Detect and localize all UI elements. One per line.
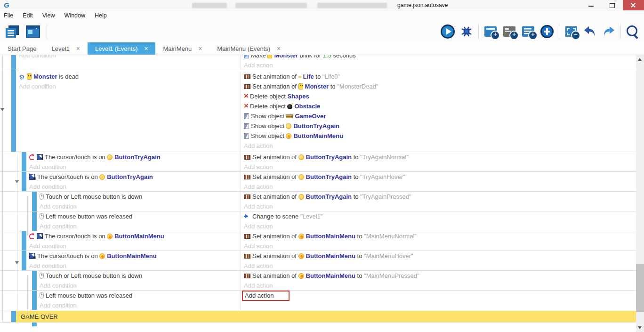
event-select-bar[interactable] <box>32 291 37 310</box>
condition-line[interactable]: Add condition <box>40 202 241 211</box>
event-select-bar[interactable] <box>22 231 26 251</box>
event-select-bar[interactable] <box>22 152 26 171</box>
actions-cell[interactable]: Set animation of Life to "Life0"Set anim… <box>241 72 636 152</box>
start-page-button[interactable] <box>24 24 41 40</box>
actions-cell[interactable]: Set animation of ButtonMainMenu to "Main… <box>241 271 636 290</box>
action-line[interactable]: Add action <box>244 162 636 171</box>
action-line[interactable]: Add action <box>244 60 636 70</box>
add-subevent-button[interactable] <box>501 24 518 40</box>
menu-edit[interactable]: Edit <box>18 10 38 21</box>
add-condition-button[interactable]: Add condition <box>19 83 56 90</box>
remove-selection-button[interactable] <box>563 24 580 40</box>
add-action-button[interactable]: Add action <box>244 282 273 289</box>
menu-window[interactable]: Window <box>60 10 90 21</box>
event-select-bar[interactable] <box>11 311 16 322</box>
actions-cell[interactable]: Set animation of ButtonTryAgain to "TryA… <box>241 152 636 171</box>
add-condition-button[interactable]: Add condition <box>19 55 56 59</box>
vertical-scrollbar[interactable] <box>636 55 644 332</box>
close-tab-icon[interactable]: × <box>76 45 80 52</box>
conditions-cell[interactable]: The cursor/touch is on ButtonTryAgainAdd… <box>29 172 241 191</box>
event-select-bar[interactable] <box>32 323 37 326</box>
action-line[interactable]: Set animation of Life to "Life0" <box>244 72 636 81</box>
search-button[interactable] <box>624 24 641 40</box>
event-select-bar[interactable] <box>22 172 26 191</box>
add-action-button[interactable]: Add action <box>244 203 273 210</box>
close-tab-icon[interactable]: × <box>198 45 202 52</box>
action-line[interactable]: Add action <box>244 202 636 211</box>
add-action-button[interactable]: Add action <box>244 62 273 69</box>
conditions-cell[interactable]: Left mouse button was releasedAdd condit… <box>40 291 241 310</box>
action-line[interactable]: Add action <box>244 182 636 191</box>
comment-text[interactable]: GAME OVER <box>16 311 636 322</box>
add-action-button[interactable]: Add action <box>244 183 273 190</box>
condition-line[interactable]: The cursor/touch is on ButtonTryAgain <box>29 152 241 162</box>
menu-file[interactable]: File <box>0 10 18 21</box>
event-select-bar[interactable] <box>32 271 37 290</box>
add-condition-button[interactable]: Add condition <box>29 243 66 250</box>
action-line[interactable]: Add action <box>244 261 636 270</box>
tab-start-page[interactable]: Start Page <box>0 42 44 55</box>
conditions-cell[interactable]: The cursor/touch is on ButtonMainMenuAdd… <box>29 251 241 270</box>
action-line[interactable]: Delete object Shapes <box>244 91 636 101</box>
collapse-arrow-icon[interactable] <box>15 261 19 266</box>
action-line[interactable]: Add action <box>244 221 636 231</box>
event-select-bar[interactable] <box>11 55 16 70</box>
action-line[interactable]: Add action <box>244 241 636 251</box>
event-select-bar[interactable] <box>22 251 26 270</box>
action-line[interactable]: Show object ButtonMainMenu <box>244 131 636 141</box>
condition-line[interactable]: Left mouse button was released <box>40 211 241 221</box>
action-line[interactable]: Show object GameOver <box>244 111 636 121</box>
close-tab-icon[interactable]: × <box>277 45 281 52</box>
close-tab-icon[interactable]: × <box>144 45 148 52</box>
action-line[interactable]: Add action <box>244 141 636 151</box>
condition-line[interactable]: The cursor/touch is on ButtonTryAgain <box>29 172 241 182</box>
condition-line[interactable]: Add condition <box>29 162 241 171</box>
tab-level1-events[interactable]: Level1 (Events)× <box>88 42 156 55</box>
event-select-bar[interactable] <box>11 70 16 152</box>
add-comment-button[interactable] <box>520 24 537 40</box>
conditions-cell[interactable]: The cursor/touch is on ButtonMainMenuAdd… <box>29 231 241 251</box>
condition-line[interactable]: The cursor/touch is on ButtonMainMenu <box>29 251 241 261</box>
add-condition-button[interactable]: Add condition <box>29 262 66 269</box>
condition-line[interactable]: Add condition <box>29 241 241 251</box>
minimize-button[interactable] <box>580 0 602 10</box>
collapse-arrow-icon[interactable] <box>0 108 4 113</box>
condition-line[interactable]: Add condition <box>40 281 241 290</box>
condition-line[interactable]: Add condition <box>19 81 241 91</box>
menu-view[interactable]: View <box>38 10 60 21</box>
conditions-cell[interactable]: Touch or Left mouse button is downAdd co… <box>40 271 241 290</box>
conditions-cell[interactable]: Touch or Left mouse button is downAdd co… <box>40 192 241 211</box>
add-new-event-button[interactable] <box>539 24 555 40</box>
actions-cell[interactable]: Change to scene "Level1"Add action <box>241 211 636 231</box>
action-line[interactable]: Show object ButtonTryAgain <box>244 121 636 131</box>
condition-line[interactable]: Add condition <box>19 55 241 60</box>
add-action-button[interactable]: Add action <box>244 262 273 269</box>
preview-button[interactable] <box>439 24 456 40</box>
action-line[interactable]: Add action <box>244 281 636 290</box>
add-condition-button[interactable]: Add condition <box>40 302 77 309</box>
condition-line[interactable]: Add condition <box>29 182 241 191</box>
menu-help[interactable]: Help <box>90 10 112 21</box>
restore-button[interactable] <box>602 0 623 10</box>
action-line[interactable]: Set animation of Monster to "MonsterDead… <box>244 81 636 91</box>
actions-cell[interactable]: Make Monster blink for 1.5 secondsAdd ac… <box>241 55 636 70</box>
add-condition-button[interactable]: Add condition <box>40 203 77 210</box>
add-action-button[interactable]: Add action <box>244 142 273 149</box>
tab-mainmenu[interactable]: MainMenu× <box>155 42 209 55</box>
scroll-down-icon[interactable] <box>638 326 642 329</box>
action-line[interactable]: Change to scene "Level1" <box>244 211 636 221</box>
add-action-button[interactable]: Add action <box>242 291 290 301</box>
project-manager-button[interactable] <box>4 24 21 40</box>
condition-line[interactable]: Touch or Left mouse button is down <box>40 192 241 202</box>
tab-level1[interactable]: Level1× <box>44 42 88 55</box>
conditions-cell[interactable]: Monster is deadAdd condition <box>19 72 241 152</box>
condition-line[interactable]: Add condition <box>29 261 241 270</box>
action-line[interactable]: Set animation of ButtonMainMenu to "Main… <box>244 271 636 281</box>
add-action-button[interactable]: Add action <box>244 223 273 230</box>
undo-button[interactable] <box>581 24 598 40</box>
action-line[interactable]: Set animation of ButtonTryAgain to "TryA… <box>244 152 636 162</box>
condition-line[interactable]: Add condition <box>40 221 241 231</box>
close-button[interactable] <box>623 0 644 10</box>
actions-cell[interactable]: Set animation of ButtonMainMenu to "Main… <box>241 231 636 251</box>
condition-line[interactable]: Touch or Left mouse button is down <box>40 271 241 281</box>
